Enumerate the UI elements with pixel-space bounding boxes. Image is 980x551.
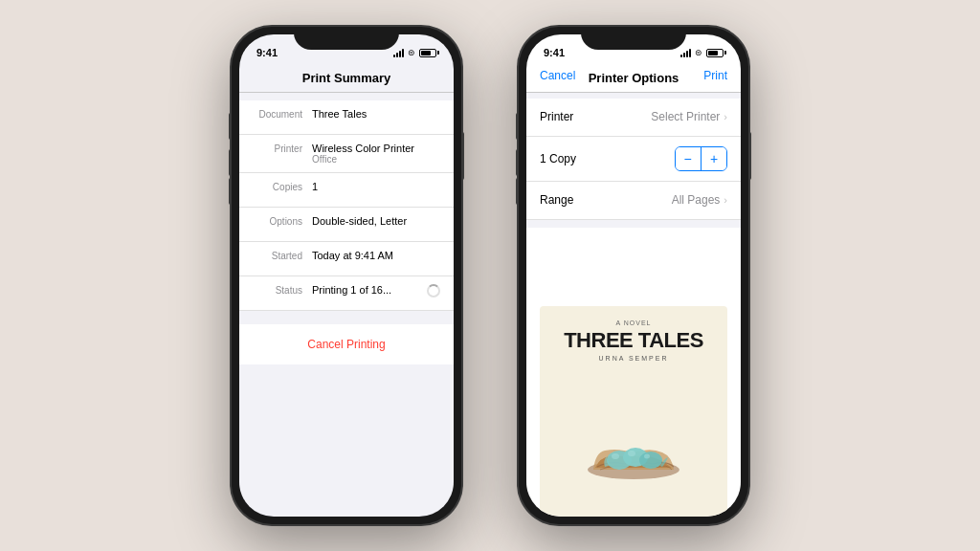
cancel-button[interactable]: Cancel	[540, 69, 575, 82]
cancel-printing-section: Cancel Printing	[239, 324, 454, 364]
cancel-printing-button[interactable]: Cancel Printing	[239, 324, 454, 364]
status-time-left: 9:41	[256, 47, 278, 58]
svg-point-6	[644, 454, 650, 459]
book-cover-image	[549, 369, 718, 517]
printer-row: Printer Wireless Color Printer Office	[239, 135, 454, 173]
nav-bar-left: Print Summary	[239, 65, 454, 92]
copies-row: Copies 1	[239, 173, 454, 208]
svg-point-5	[628, 451, 635, 456]
printer-options-title: Printer Options	[589, 71, 679, 85]
screen-left: 9:41 ⊜ Print Summary Document Three Tale…	[239, 34, 454, 517]
battery-icon-left	[419, 49, 436, 57]
document-row: Document Three Tales	[239, 100, 454, 135]
options-label: Options	[253, 215, 302, 227]
copies-label: Copies	[253, 181, 302, 192]
printer-name: Wireless Color Printer	[312, 143, 414, 154]
options-row: Options Double-sided, Letter	[239, 208, 454, 242]
started-label: Started	[253, 250, 302, 261]
printer-value-group: Wireless Color Printer Office	[312, 143, 414, 165]
wifi-icon-left: ⊜	[408, 48, 415, 57]
printer-chevron-icon: ›	[724, 111, 727, 122]
printer-label: Printer	[253, 143, 302, 154]
status-value: Printing 1 of 16...	[312, 284, 427, 296]
started-value: Today at 9:41 AM	[312, 250, 440, 261]
battery-icon-right	[706, 49, 724, 57]
notch-left	[294, 27, 399, 50]
status-icons-left: ⊜	[393, 48, 436, 57]
printer-location: Office	[312, 154, 414, 165]
status-label: Status	[253, 284, 302, 296]
range-chevron-icon: ›	[724, 194, 727, 206]
range-label: Range	[540, 193, 672, 207]
status-time-right: 9:41	[544, 47, 565, 58]
nest-eggs-illustration	[576, 405, 691, 481]
nav-bar-right: Cancel Printer Options Print	[526, 65, 741, 92]
print-summary-content: Document Three Tales Printer Wireless Co…	[239, 100, 454, 311]
decrement-button[interactable]: −	[676, 147, 701, 170]
screen-right: 9:41 ⊜ Cancel Printer Options Print Prin…	[526, 34, 741, 517]
svg-point-3	[639, 452, 662, 469]
copy-row: 1 Copy − +	[526, 137, 741, 182]
phone-left: 9:41 ⊜ Print Summary Document Three Tale…	[232, 27, 461, 524]
notch-right	[581, 27, 686, 50]
copies-value: 1	[312, 181, 440, 192]
document-label: Document	[253, 108, 302, 120]
copy-stepper: − +	[675, 146, 728, 171]
printer-options-label: Printer	[540, 110, 651, 123]
status-row: Status Printing 1 of 16...	[239, 276, 454, 311]
signal-icon-left	[393, 49, 404, 57]
copy-label: 1 Copy	[540, 152, 675, 165]
status-icons-right: ⊜	[680, 48, 724, 57]
book-title: THREE TALES	[564, 330, 703, 351]
print-summary-title: Print Summary	[302, 71, 390, 85]
svg-point-4	[612, 453, 619, 459]
printer-select-value: Select Printer	[651, 110, 720, 123]
options-value: Double-sided, Letter	[312, 215, 440, 227]
print-button[interactable]: Print	[703, 69, 727, 82]
document-value: Three Tales	[312, 108, 440, 120]
wifi-icon-right: ⊜	[695, 48, 702, 57]
started-row: Started Today at 9:41 AM	[239, 242, 454, 276]
book-preview: A Novel THREE TALES URNA SEMPER	[540, 306, 727, 517]
phone-right: 9:41 ⊜ Cancel Printer Options Print Prin…	[519, 27, 748, 524]
range-value: All Pages	[672, 193, 721, 207]
book-subtitle: A Novel	[616, 320, 652, 326]
book-author: URNA SEMPER	[599, 355, 669, 362]
range-row[interactable]: Range All Pages ›	[526, 182, 741, 220]
printer-select-row[interactable]: Printer Select Printer ›	[526, 99, 741, 137]
increment-button[interactable]: +	[702, 147, 726, 170]
signal-icon-right	[680, 49, 691, 57]
spinner-icon	[427, 284, 440, 298]
